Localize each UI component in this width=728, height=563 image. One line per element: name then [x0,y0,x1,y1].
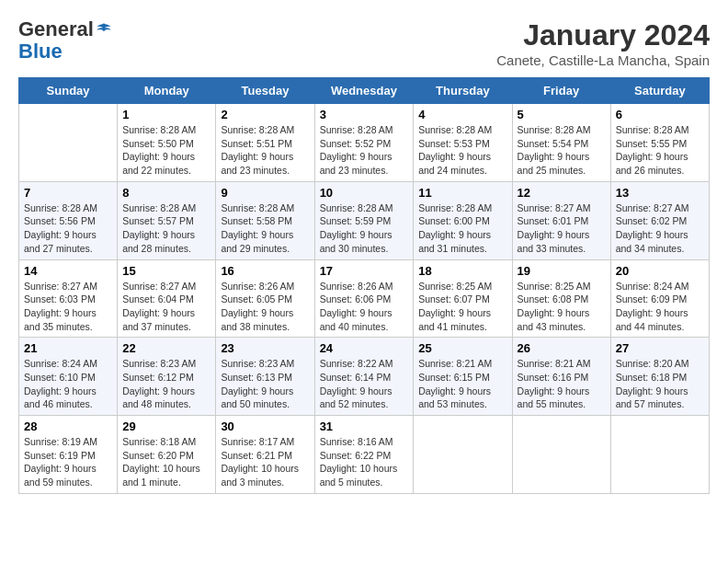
day-info: Sunrise: 8:28 AM Sunset: 5:50 PM Dayligh… [122,123,210,178]
day-info: Sunrise: 8:26 AM Sunset: 6:06 PM Dayligh… [320,280,409,334]
calendar-cell [610,416,709,494]
day-number: 4 [418,108,506,121]
calendar-week-row: 28Sunrise: 8:19 AM Sunset: 6:19 PM Dayli… [19,416,710,494]
calendar-title-block: January 2024 Canete, Castille-La Mancha,… [496,18,710,68]
day-info: Sunrise: 8:26 AM Sunset: 6:05 PM Dayligh… [221,280,309,334]
day-number: 26 [518,341,606,355]
day-number: 2 [221,108,309,121]
logo: General Blue [18,18,112,63]
calendar-cell: 19Sunrise: 8:25 AM Sunset: 6:08 PM Dayli… [512,259,610,338]
day-number: 11 [418,186,506,200]
day-info: Sunrise: 8:18 AM Sunset: 6:20 PM Dayligh… [122,435,210,489]
day-number: 3 [320,108,409,121]
calendar-cell: 22Sunrise: 8:23 AM Sunset: 6:12 PM Dayli… [118,338,216,416]
calendar-cell: 12Sunrise: 8:27 AM Sunset: 6:01 PM Dayli… [512,181,610,259]
calendar-cell: 14Sunrise: 8:27 AM Sunset: 6:03 PM Dayli… [19,259,118,338]
calendar-cell: 3Sunrise: 8:28 AM Sunset: 5:52 PM Daylig… [314,104,414,182]
day-info: Sunrise: 8:28 AM Sunset: 5:55 PM Dayligh… [616,123,704,178]
day-info: Sunrise: 8:21 AM Sunset: 6:16 PM Dayligh… [518,357,606,411]
calendar-week-row: 21Sunrise: 8:24 AM Sunset: 6:10 PM Dayli… [19,338,710,416]
day-number: 14 [24,264,112,278]
day-number: 29 [122,419,210,433]
day-number: 27 [616,341,704,355]
calendar-week-row: 1Sunrise: 8:28 AM Sunset: 5:50 PM Daylig… [19,104,710,182]
day-number: 25 [418,341,506,355]
day-number: 28 [24,419,112,433]
calendar-cell: 6Sunrise: 8:28 AM Sunset: 5:55 PM Daylig… [610,104,709,182]
day-info: Sunrise: 8:16 AM Sunset: 6:22 PM Dayligh… [320,435,409,489]
day-info: Sunrise: 8:27 AM Sunset: 6:04 PM Dayligh… [122,280,210,334]
calendar-cell: 2Sunrise: 8:28 AM Sunset: 5:51 PM Daylig… [216,104,314,182]
day-number: 6 [616,108,704,121]
day-number: 19 [518,264,606,278]
day-info: Sunrise: 8:28 AM Sunset: 5:59 PM Dayligh… [320,201,409,256]
day-info: Sunrise: 8:22 AM Sunset: 6:14 PM Dayligh… [320,357,409,411]
day-info: Sunrise: 8:28 AM Sunset: 6:00 PM Dayligh… [418,201,506,256]
day-info: Sunrise: 8:17 AM Sunset: 6:21 PM Dayligh… [221,435,309,489]
day-info: Sunrise: 8:23 AM Sunset: 6:13 PM Dayligh… [221,357,309,411]
calendar-cell: 15Sunrise: 8:27 AM Sunset: 6:04 PM Dayli… [118,259,216,338]
day-number: 13 [616,186,704,200]
calendar-cell: 29Sunrise: 8:18 AM Sunset: 6:20 PM Dayli… [118,416,216,494]
day-info: Sunrise: 8:27 AM Sunset: 6:03 PM Dayligh… [24,280,112,334]
calendar-cell [414,416,512,494]
calendar-cell: 17Sunrise: 8:26 AM Sunset: 6:06 PM Dayli… [314,259,414,338]
calendar-table: SundayMondayTuesdayWednesdayThursdayFrid… [18,77,710,494]
calendar-cell: 16Sunrise: 8:26 AM Sunset: 6:05 PM Dayli… [216,259,314,338]
calendar-cell [19,104,118,182]
weekday-header-tuesday: Tuesday [216,78,314,104]
calendar-cell: 9Sunrise: 8:28 AM Sunset: 5:58 PM Daylig… [216,181,314,259]
day-info: Sunrise: 8:25 AM Sunset: 6:07 PM Dayligh… [418,280,506,334]
day-number: 7 [24,186,112,200]
calendar-cell: 10Sunrise: 8:28 AM Sunset: 5:59 PM Dayli… [314,181,414,259]
weekday-header-saturday: Saturday [610,78,709,104]
day-number: 30 [221,419,309,433]
calendar-cell: 24Sunrise: 8:22 AM Sunset: 6:14 PM Dayli… [314,338,414,416]
calendar-cell: 26Sunrise: 8:21 AM Sunset: 6:16 PM Dayli… [512,338,610,416]
day-number: 17 [320,264,409,278]
day-info: Sunrise: 8:28 AM Sunset: 5:51 PM Dayligh… [221,123,309,178]
day-number: 22 [122,341,210,355]
calendar-cell [512,416,610,494]
calendar-cell: 13Sunrise: 8:27 AM Sunset: 6:02 PM Dayli… [610,181,709,259]
day-number: 10 [320,186,409,200]
weekday-header-wednesday: Wednesday [314,78,414,104]
calendar-cell: 21Sunrise: 8:24 AM Sunset: 6:10 PM Dayli… [19,338,118,416]
day-info: Sunrise: 8:27 AM Sunset: 6:02 PM Dayligh… [616,201,704,256]
day-info: Sunrise: 8:28 AM Sunset: 5:52 PM Dayligh… [320,123,409,178]
day-number: 21 [24,341,112,355]
day-info: Sunrise: 8:28 AM Sunset: 5:57 PM Dayligh… [122,201,210,256]
calendar-cell: 30Sunrise: 8:17 AM Sunset: 6:21 PM Dayli… [216,416,314,494]
day-number: 24 [320,341,409,355]
calendar-week-row: 7Sunrise: 8:28 AM Sunset: 5:56 PM Daylig… [19,181,710,259]
calendar-cell: 4Sunrise: 8:28 AM Sunset: 5:53 PM Daylig… [414,104,512,182]
calendar-week-row: 14Sunrise: 8:27 AM Sunset: 6:03 PM Dayli… [19,259,710,338]
day-number: 31 [320,419,409,433]
weekday-header-monday: Monday [118,78,216,104]
weekday-header-row: SundayMondayTuesdayWednesdayThursdayFrid… [19,78,710,104]
calendar-cell: 23Sunrise: 8:23 AM Sunset: 6:13 PM Dayli… [216,338,314,416]
calendar-cell: 18Sunrise: 8:25 AM Sunset: 6:07 PM Dayli… [414,259,512,338]
calendar-title: January 2024 [496,18,710,52]
day-number: 15 [122,264,210,278]
calendar-cell: 31Sunrise: 8:16 AM Sunset: 6:22 PM Dayli… [314,416,414,494]
calendar-cell: 25Sunrise: 8:21 AM Sunset: 6:15 PM Dayli… [414,338,512,416]
day-number: 9 [221,186,309,200]
day-number: 23 [221,341,309,355]
day-info: Sunrise: 8:23 AM Sunset: 6:12 PM Dayligh… [122,357,210,411]
day-number: 5 [518,108,606,121]
logo-general-text: General [18,18,94,40]
calendar-cell: 28Sunrise: 8:19 AM Sunset: 6:19 PM Dayli… [19,416,118,494]
calendar-subtitle: Canete, Castille-La Mancha, Spain [496,52,710,68]
calendar-cell: 8Sunrise: 8:28 AM Sunset: 5:57 PM Daylig… [118,181,216,259]
page-header: General Blue January 2024 Canete, Castil… [18,18,710,68]
weekday-header-sunday: Sunday [19,78,118,104]
day-info: Sunrise: 8:21 AM Sunset: 6:15 PM Dayligh… [418,357,506,411]
calendar-cell: 20Sunrise: 8:24 AM Sunset: 6:09 PM Dayli… [610,259,709,338]
calendar-cell: 7Sunrise: 8:28 AM Sunset: 5:56 PM Daylig… [19,181,118,259]
day-number: 20 [616,264,704,278]
day-info: Sunrise: 8:20 AM Sunset: 6:18 PM Dayligh… [616,357,704,411]
day-number: 18 [418,264,506,278]
day-info: Sunrise: 8:25 AM Sunset: 6:08 PM Dayligh… [518,280,606,334]
day-number: 16 [221,264,309,278]
